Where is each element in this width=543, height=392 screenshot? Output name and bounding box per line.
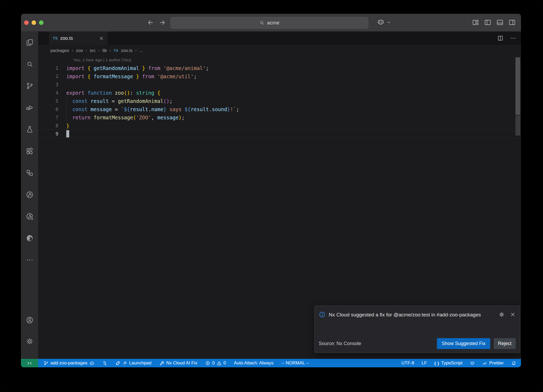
code-line-3[interactable]: 3 — [38, 80, 521, 89]
forward-arrow-icon[interactable] — [159, 19, 166, 26]
code-line-7[interactable]: 7 return formatMessage('ZOO', message); — [38, 113, 521, 121]
history-nav — [147, 19, 166, 26]
line-number: 4 — [38, 90, 58, 95]
status-nx-project-graph[interactable] — [102, 361, 107, 366]
copilot-icon — [470, 361, 475, 366]
command-center-search[interactable]: acme — [170, 17, 368, 29]
activity-run-and-debug[interactable] — [21, 97, 38, 119]
toggle-panel-icon[interactable] — [496, 19, 503, 26]
vscode-window: acme TS zoo — [21, 14, 521, 367]
more-views-icon — [26, 256, 34, 264]
breadcrumb-separator: › — [86, 48, 87, 53]
code-line-6[interactable]: 6 const message = `${result.name} says $… — [38, 105, 521, 113]
status-formatter[interactable]: Prettier — [482, 360, 504, 366]
activity-more-views[interactable] — [21, 249, 38, 271]
notification-footer: Source: Nx Console Show Suggested Fix Re… — [319, 338, 516, 349]
status-vim-mode[interactable]: -- NORMAL -- — [281, 360, 309, 366]
breadcrumb-item[interactable]: packages — [50, 48, 69, 53]
status-branch[interactable]: add-zoo-packages — [43, 360, 94, 366]
search-value: acme — [267, 20, 279, 26]
back-arrow-icon[interactable] — [147, 19, 154, 26]
breadcrumb-item[interactable]: lib — [102, 48, 107, 53]
copilot-menu[interactable] — [377, 18, 391, 26]
line-number: 1 — [38, 66, 58, 71]
tab-zoo-ts[interactable]: TS zoo.ts — [49, 32, 108, 45]
activity-bar — [21, 32, 38, 359]
wrench-icon — [159, 361, 164, 366]
nx-cloud-icon — [26, 212, 34, 220]
status-encoding[interactable]: UTF-8 — [401, 360, 414, 366]
code-text: const result = getRandomAnimal(); — [66, 98, 172, 104]
activity-explorer[interactable] — [21, 32, 38, 53]
reject-button[interactable]: Reject — [494, 338, 516, 349]
code-line-9[interactable]: 9 — [38, 130, 521, 138]
breadcrumb-trailing[interactable]: ... — [139, 48, 143, 53]
bell-dot-icon — [511, 361, 516, 366]
editor-scrollbar[interactable] — [515, 57, 520, 115]
code-line-1[interactable]: 1import { getRandomAnimal } from '@acme/… — [38, 64, 521, 72]
status-label: Auto Attach: Always — [234, 360, 273, 366]
more-actions-icon[interactable] — [510, 35, 516, 41]
window-minimize-button[interactable] — [32, 20, 36, 25]
status-copilot-status[interactable] — [470, 361, 475, 366]
editor-scrollbar-track — [515, 115, 520, 136]
titlebar: acme — [21, 14, 521, 32]
activity-nx-cloud[interactable] — [21, 206, 38, 227]
remote-indicator[interactable] — [21, 359, 38, 367]
typescript-file-icon: TS — [53, 36, 58, 40]
status-eol[interactable]: LF — [422, 360, 427, 366]
toggle-primary-sidebar-icon[interactable] — [484, 19, 491, 26]
activity-nx-project-graph[interactable] — [21, 184, 38, 206]
code-line-4[interactable]: 4export function zoo(): string { — [38, 89, 521, 97]
window-zoom-button[interactable] — [39, 20, 43, 25]
code-text: import { formatMessage } from '@acme/uti… — [66, 73, 197, 79]
status-auto-attach[interactable]: Auto Attach: Always — [234, 360, 273, 366]
status-bar-left: add-zoo-packagesLaunchpadNx Cloud AI Fix… — [43, 360, 309, 366]
code-text: export function zoo(): string { — [66, 90, 160, 96]
activity-settings[interactable] — [21, 331, 38, 352]
copilot-icon — [377, 18, 385, 26]
code-line-2[interactable]: 2import { formatMessage } from '@acme/ut… — [38, 72, 521, 80]
desktop-background: acme TS zoo — [0, 0, 543, 392]
breadcrumb-file[interactable]: zoo.ts — [121, 48, 133, 53]
breadcrumb-item[interactable]: zoo — [76, 48, 83, 53]
tab-close-icon[interactable] — [99, 36, 104, 41]
code-editor[interactable]: You, 1 hour ago | 1 author (You) 1import… — [38, 56, 521, 138]
activity-search[interactable] — [21, 53, 38, 75]
activity-bar-top — [21, 32, 38, 271]
project-graph-icon — [102, 361, 107, 366]
notification-message: Nx Cloud suggested a fix for @acme/zoo:t… — [329, 310, 496, 320]
error-icon — [205, 361, 210, 366]
show-suggested-fix-button[interactable]: Show Suggested Fix — [437, 338, 490, 349]
breadcrumb-item[interactable]: src — [90, 48, 96, 53]
status-notifications[interactable] — [511, 361, 516, 366]
activity-nx-console[interactable] — [21, 162, 38, 184]
activity-accounts[interactable] — [21, 310, 38, 331]
activity-source-control[interactable] — [21, 75, 38, 97]
gear-icon[interactable] — [499, 312, 505, 317]
toggle-secondary-sidebar-icon[interactable] — [509, 19, 516, 26]
close-icon[interactable] — [510, 312, 516, 317]
activity-edge-browser[interactable] — [21, 227, 38, 249]
status-language-mode[interactable]: { }TypeScript — [434, 360, 462, 366]
code-line-8[interactable]: 8} — [38, 121, 521, 130]
window-close-button[interactable] — [24, 20, 29, 25]
editor-cursor — [66, 130, 69, 137]
activity-testing[interactable] — [21, 119, 38, 140]
editor-actions — [497, 32, 521, 45]
status-nx-cloud-ai-fix[interactable]: Nx Cloud AI Fix — [159, 360, 197, 366]
accounts-icon — [26, 316, 34, 324]
status-problems[interactable]: 00 — [205, 360, 226, 366]
customize-layout-icon[interactable] — [472, 19, 479, 26]
code-line-5[interactable]: 5 const result = getRandomAnimal(); — [38, 97, 521, 105]
split-editor-icon[interactable] — [497, 35, 503, 41]
braces-icon: { } — [434, 361, 439, 365]
line-number: 6 — [38, 107, 58, 112]
warning-icon — [217, 361, 222, 366]
activity-extensions[interactable] — [21, 140, 38, 162]
source-control-icon — [26, 82, 34, 90]
info-icon — [319, 311, 326, 318]
activity-bar-bottom — [21, 310, 38, 359]
tab-bar: TS zoo.ts — [38, 32, 521, 45]
status-launchpad[interactable]: Launchpad — [115, 360, 151, 366]
